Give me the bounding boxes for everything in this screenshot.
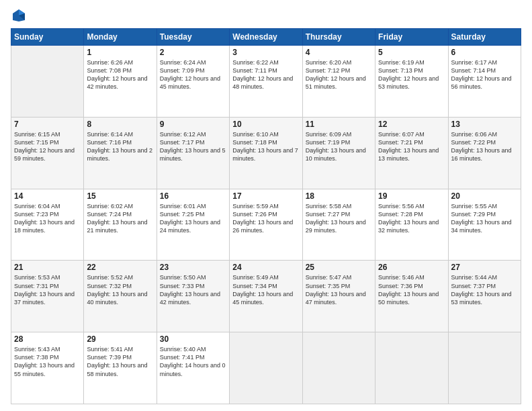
day-number: 19 [378,191,445,201]
day-info: Sunrise: 6:15 AMSunset: 7:15 PMDaylight:… [14,130,81,163]
calendar-cell: 14Sunrise: 6:04 AMSunset: 7:23 PMDayligh… [11,189,84,261]
day-info: Sunrise: 6:19 AMSunset: 7:13 PMDaylight:… [378,58,445,91]
calendar-week-row: 1Sunrise: 6:26 AMSunset: 7:08 PMDaylight… [11,46,521,118]
weekday-header: Friday [375,29,448,46]
calendar-cell: 29Sunrise: 5:41 AMSunset: 7:39 PMDayligh… [84,332,157,404]
weekday-header: Monday [84,29,157,46]
day-info: Sunrise: 6:01 AMSunset: 7:25 PMDaylight:… [160,202,226,235]
calendar-cell: 25Sunrise: 5:47 AMSunset: 7:35 PMDayligh… [302,261,375,332]
calendar-week-row: 28Sunrise: 5:43 AMSunset: 7:38 PMDayligh… [11,332,521,404]
calendar-cell: 17Sunrise: 5:59 AMSunset: 7:26 PMDayligh… [230,189,302,261]
day-number: 26 [378,263,445,272]
day-info: Sunrise: 6:14 AMSunset: 7:16 PMDaylight:… [87,130,153,163]
day-number: 10 [232,120,299,129]
calendar-cell: 18Sunrise: 5:58 AMSunset: 7:27 PMDayligh… [302,189,375,261]
day-info: Sunrise: 6:02 AMSunset: 7:24 PMDaylight:… [87,202,153,235]
calendar-cell: 1Sunrise: 6:26 AMSunset: 7:08 PMDaylight… [84,46,157,118]
calendar-cell: 22Sunrise: 5:52 AMSunset: 7:32 PMDayligh… [84,261,157,332]
calendar-cell: 3Sunrise: 6:22 AMSunset: 7:11 PMDaylight… [230,46,302,118]
calendar-week-row: 7Sunrise: 6:15 AMSunset: 7:15 PMDaylight… [11,117,521,189]
day-number: 7 [14,120,81,129]
day-info: Sunrise: 6:07 AMSunset: 7:21 PMDaylight:… [378,130,445,163]
day-info: Sunrise: 5:41 AMSunset: 7:39 PMDaylight:… [87,345,153,378]
calendar-cell: 2Sunrise: 6:24 AMSunset: 7:09 PMDaylight… [157,46,229,118]
day-info: Sunrise: 5:52 AMSunset: 7:32 PMDaylight:… [87,273,153,306]
day-number: 5 [378,48,445,57]
logo-icon [11,8,26,23]
day-info: Sunrise: 6:06 AMSunset: 7:22 PMDaylight:… [451,130,518,163]
day-number: 14 [14,191,81,201]
calendar-cell [302,332,375,404]
day-info: Sunrise: 5:53 AMSunset: 7:31 PMDaylight:… [14,273,81,306]
day-info: Sunrise: 6:10 AMSunset: 7:18 PMDaylight:… [232,130,299,163]
calendar-cell: 6Sunrise: 6:17 AMSunset: 7:14 PMDaylight… [448,46,521,118]
calendar-cell: 10Sunrise: 6:10 AMSunset: 7:18 PMDayligh… [230,117,302,189]
weekday-header: Sunday [11,29,84,46]
day-info: Sunrise: 5:46 AMSunset: 7:36 PMDaylight:… [378,273,445,306]
day-number: 29 [87,334,153,344]
calendar-cell: 23Sunrise: 5:50 AMSunset: 7:33 PMDayligh… [157,261,229,332]
calendar-cell: 16Sunrise: 6:01 AMSunset: 7:25 PMDayligh… [157,189,229,261]
day-number: 11 [306,120,372,129]
day-number: 20 [451,191,518,201]
calendar-cell: 11Sunrise: 6:09 AMSunset: 7:19 PMDayligh… [302,117,375,189]
day-number: 25 [306,263,372,272]
calendar-cell: 27Sunrise: 5:44 AMSunset: 7:37 PMDayligh… [448,261,521,332]
day-number: 1 [87,48,153,57]
calendar-cell [11,46,84,118]
day-number: 2 [160,48,226,57]
calendar-cell: 26Sunrise: 5:46 AMSunset: 7:36 PMDayligh… [375,261,448,332]
day-number: 17 [232,191,299,201]
logo [11,8,27,23]
day-number: 9 [160,120,226,129]
calendar-week-row: 14Sunrise: 6:04 AMSunset: 7:23 PMDayligh… [11,189,521,261]
day-info: Sunrise: 6:12 AMSunset: 7:17 PMDaylight:… [160,130,226,163]
header [11,8,521,23]
day-info: Sunrise: 5:49 AMSunset: 7:34 PMDaylight:… [232,273,299,306]
calendar-cell [375,332,448,404]
calendar-cell [230,332,302,404]
day-number: 18 [306,191,372,201]
calendar-cell: 30Sunrise: 5:40 AMSunset: 7:41 PMDayligh… [157,332,229,404]
day-number: 13 [451,120,518,129]
day-number: 24 [232,263,299,272]
calendar-table: SundayMondayTuesdayWednesdayThursdayFrid… [11,28,521,404]
weekday-header: Saturday [448,29,521,46]
day-info: Sunrise: 6:17 AMSunset: 7:14 PMDaylight:… [451,58,518,91]
day-info: Sunrise: 5:56 AMSunset: 7:28 PMDaylight:… [378,202,445,235]
weekday-header: Thursday [302,29,375,46]
day-number: 3 [232,48,299,57]
day-info: Sunrise: 6:20 AMSunset: 7:12 PMDaylight:… [306,58,372,91]
calendar-cell [448,332,521,404]
calendar-week-row: 21Sunrise: 5:53 AMSunset: 7:31 PMDayligh… [11,261,521,332]
day-info: Sunrise: 5:44 AMSunset: 7:37 PMDaylight:… [451,273,518,306]
day-info: Sunrise: 6:26 AMSunset: 7:08 PMDaylight:… [87,58,153,91]
day-number: 6 [451,48,518,57]
day-info: Sunrise: 5:55 AMSunset: 7:29 PMDaylight:… [451,202,518,235]
page: SundayMondayTuesdayWednesdayThursdayFrid… [0,0,532,411]
calendar-cell: 12Sunrise: 6:07 AMSunset: 7:21 PMDayligh… [375,117,448,189]
day-info: Sunrise: 6:09 AMSunset: 7:19 PMDaylight:… [306,130,372,163]
day-info: Sunrise: 6:22 AMSunset: 7:11 PMDaylight:… [232,58,299,91]
day-info: Sunrise: 5:50 AMSunset: 7:33 PMDaylight:… [160,273,226,306]
calendar-cell: 21Sunrise: 5:53 AMSunset: 7:31 PMDayligh… [11,261,84,332]
calendar-cell: 19Sunrise: 5:56 AMSunset: 7:28 PMDayligh… [375,189,448,261]
day-number: 15 [87,191,153,201]
calendar-cell: 13Sunrise: 6:06 AMSunset: 7:22 PMDayligh… [448,117,521,189]
day-info: Sunrise: 5:43 AMSunset: 7:38 PMDaylight:… [14,345,81,378]
calendar-cell: 4Sunrise: 6:20 AMSunset: 7:12 PMDaylight… [302,46,375,118]
calendar-cell: 28Sunrise: 5:43 AMSunset: 7:38 PMDayligh… [11,332,84,404]
day-number: 30 [160,334,226,344]
calendar-cell: 15Sunrise: 6:02 AMSunset: 7:24 PMDayligh… [84,189,157,261]
day-number: 12 [378,120,445,129]
day-number: 16 [160,191,226,201]
day-info: Sunrise: 5:47 AMSunset: 7:35 PMDaylight:… [306,273,372,306]
weekday-header: Tuesday [157,29,229,46]
day-info: Sunrise: 5:40 AMSunset: 7:41 PMDaylight:… [160,345,226,378]
calendar-cell: 7Sunrise: 6:15 AMSunset: 7:15 PMDaylight… [11,117,84,189]
weekday-header: Wednesday [230,29,302,46]
day-number: 28 [14,334,81,344]
calendar-cell: 5Sunrise: 6:19 AMSunset: 7:13 PMDaylight… [375,46,448,118]
day-number: 27 [451,263,518,272]
calendar-cell: 8Sunrise: 6:14 AMSunset: 7:16 PMDaylight… [84,117,157,189]
